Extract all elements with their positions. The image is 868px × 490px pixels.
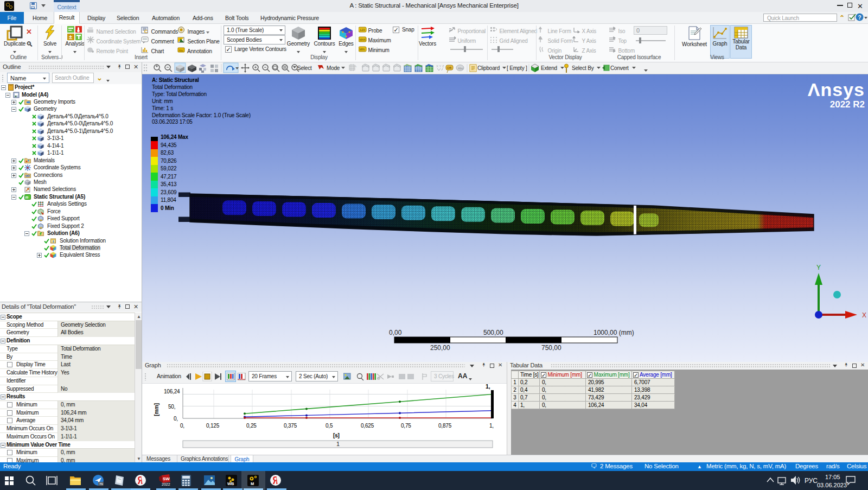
svg-text:106,24: 106,24 — [164, 389, 180, 394]
svg-text:1: 1 — [336, 441, 340, 447]
svg-text:Extend: Extend — [541, 65, 557, 71]
svg-text:WB: WB — [227, 481, 234, 486]
svg-text:[mm]: [mm] — [154, 403, 159, 416]
svg-text:17:05: 17:05 — [825, 474, 840, 480]
svg-text:2022: 2022 — [162, 482, 170, 486]
svg-text:↖: ↖ — [355, 65, 357, 68]
svg-text:0,125: 0,125 — [206, 423, 220, 429]
svg-text:Abc: Abc — [458, 67, 463, 70]
svg-text:0,875: 0,875 — [438, 423, 452, 429]
svg-text:500,00: 500,00 — [483, 329, 503, 336]
svg-text:0,25: 0,25 — [246, 423, 257, 429]
svg-text:0,5: 0,5 — [326, 423, 333, 429]
svg-text:1000,00 (mm): 1000,00 (mm) — [593, 329, 634, 336]
svg-text:?: ? — [858, 15, 861, 21]
svg-text:X Y Z: X Y Z — [436, 65, 444, 68]
svg-text:Clipboard: Clipboard — [477, 65, 500, 71]
svg-text:0,375: 0,375 — [284, 423, 297, 429]
svg-text:1,: 1, — [489, 423, 494, 429]
svg-text:1,: 1, — [486, 384, 490, 390]
svg-text:SW: SW — [163, 476, 170, 481]
svg-text:79: 79 — [99, 482, 103, 486]
svg-text:Select By: Select By — [572, 65, 594, 71]
svg-text:РУС: РУС — [805, 477, 818, 485]
svg-text:[s]: [s] — [333, 432, 340, 438]
svg-text:Convert: Convert — [610, 65, 629, 71]
svg-text:0,: 0, — [180, 423, 184, 429]
svg-text:50,: 50, — [168, 404, 175, 410]
svg-text:X: X — [862, 311, 866, 319]
svg-text:Y: Y — [816, 264, 821, 271]
svg-text:MIN: MIN — [360, 48, 365, 51]
svg-text:Abc: Abc — [179, 49, 184, 52]
svg-text:0,75: 0,75 — [401, 423, 411, 429]
svg-text:Mode: Mode — [327, 65, 340, 71]
svg-text:0,00: 0,00 — [389, 329, 402, 336]
svg-text:DB: DB — [447, 66, 451, 69]
svg-text:[ Empty ]: [ Empty ] — [507, 65, 527, 71]
svg-text:0,: 0, — [174, 416, 178, 422]
svg-text:123: 123 — [360, 28, 365, 31]
svg-text:M: M — [251, 481, 254, 486]
svg-text:03.06.2023: 03.06.2023 — [817, 482, 847, 488]
svg-text:0,625: 0,625 — [361, 423, 374, 429]
svg-text:±: ± — [69, 34, 72, 40]
svg-text:C: C — [144, 29, 148, 34]
svg-text:MAX: MAX — [360, 38, 366, 41]
svg-text:Select: Select — [297, 65, 312, 71]
svg-text:750,00: 750,00 — [541, 344, 561, 352]
svg-text:250,00: 250,00 — [430, 344, 450, 352]
